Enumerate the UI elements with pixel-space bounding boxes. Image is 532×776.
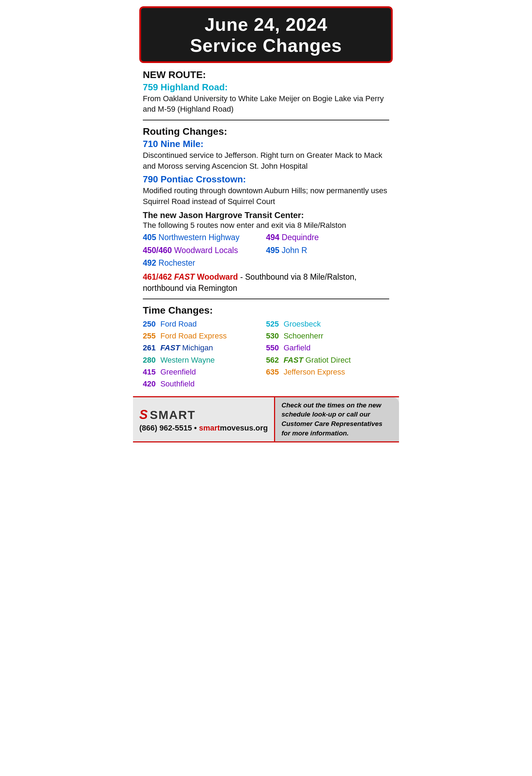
divider-1 <box>143 120 389 120</box>
route-790-description: Modified routing through downtown Auburn… <box>143 186 389 207</box>
new-route-number: 759 <box>143 82 158 92</box>
footer: S SMART (866) 962-5515 • smartmovesus.or… <box>133 396 399 442</box>
route-492-number: 492 <box>143 258 156 267</box>
route-495: 495 John R <box>266 244 389 257</box>
route-550-number: 550 <box>266 342 281 354</box>
route-405: 405 Northwestern Highway <box>143 231 266 244</box>
fast-label: FAST <box>174 272 195 281</box>
routing-changes-heading: Routing Changes: <box>143 126 389 137</box>
route-255-name: Ford Road Express <box>160 331 227 340</box>
footer-contact: (866) 962-5515 • smartmovesus.org <box>139 424 268 433</box>
route-250-number: 250 <box>143 318 158 330</box>
route-415-name: Greenfield <box>160 368 196 376</box>
main-content: NEW ROUTE: 759 Highland Road: From Oakla… <box>133 69 399 390</box>
route-635-number: 635 <box>266 366 281 378</box>
jason-title: The new Jason Hargrove Transit Center: <box>143 210 389 220</box>
route-562-number: 562 <box>266 354 281 366</box>
new-route-name: Highland Road: <box>161 82 228 92</box>
divider-2 <box>143 299 389 299</box>
route-550: 550 Garfield <box>266 342 389 354</box>
route-405-name: Northwestern Highway <box>159 233 239 242</box>
route-530-number: 530 <box>266 330 281 342</box>
route-710-description: Discontinued service to Jefferson. Right… <box>143 150 389 172</box>
route-550-name: Garfield <box>284 343 310 352</box>
route-495-name: John R <box>282 246 307 255</box>
route-415-number: 415 <box>143 366 158 378</box>
route-790-title: 790 Pontiac Crosstown: <box>143 174 389 185</box>
time-changes-heading: Time Changes: <box>143 305 389 316</box>
footer-left: S SMART (866) 962-5515 • smartmovesus.or… <box>133 397 274 441</box>
route-450-460: 450/460 Woodward Locals <box>143 244 266 257</box>
route-635: 635 Jefferson Express <box>266 366 389 378</box>
time-changes-left: 250 Ford Road 255 Ford Road Express 261 … <box>143 318 266 390</box>
route-710-title: 710 Nine Mile: <box>143 139 389 149</box>
route-405-number: 405 <box>143 233 156 242</box>
route-790-name: Pontiac Crosstown: <box>161 174 246 184</box>
route-494-name: Dequindre <box>282 233 319 242</box>
route-530: 530 Schoenherr <box>266 330 389 342</box>
new-route-section: NEW ROUTE: 759 Highland Road: From Oakla… <box>143 69 389 115</box>
new-route-heading: NEW ROUTE: <box>143 69 389 81</box>
route-420-number: 420 <box>143 378 158 390</box>
footer-phone-number: (866) 962-5515 <box>139 424 192 432</box>
route-280: 280 Western Wayne <box>143 354 266 366</box>
route-250: 250 Ford Road <box>143 318 266 330</box>
route-495-number: 495 <box>266 246 279 255</box>
routing-changes-section: Routing Changes: 710 Nine Mile: Disconti… <box>143 126 389 294</box>
time-changes-section: Time Changes: 250 Ford Road 255 Ford Roa… <box>143 305 389 390</box>
jason-body: The following 5 routes now enter and exi… <box>143 221 389 230</box>
route-562-name: Gratiot Direct <box>305 356 351 364</box>
route-530-name: Schoenherr <box>284 331 323 340</box>
route-261-name: Michigan <box>182 343 213 352</box>
route-492-name: Rochester <box>159 258 195 267</box>
smart-logo-text: SMART <box>150 408 196 422</box>
route-492: 492 Rochester <box>143 257 266 269</box>
new-route-title: 759 Highland Road: <box>143 82 389 93</box>
header-banner: June 24, 2024 Service Changes <box>139 6 393 63</box>
header-title: June 24, 2024 Service Changes <box>145 14 387 56</box>
footer-info-text: Check out the times on the new schedule … <box>281 401 393 438</box>
footer-website-prefix[interactable]: smart <box>199 424 220 432</box>
route-420-name: Southfield <box>160 379 195 388</box>
route-494: 494 Dequindre <box>266 231 389 244</box>
route-790-number: 790 <box>143 174 158 184</box>
fast-woodward-line: 461/462 FAST Woodward - Southbound via 8… <box>143 271 389 294</box>
smart-s-icon: S <box>139 407 148 422</box>
route-grid: 405 Northwestern Highway 494 Dequindre 4… <box>143 231 389 269</box>
route-494-number: 494 <box>266 233 279 242</box>
route-255-number: 255 <box>143 330 158 342</box>
header-line1: June 24, 2024 <box>204 14 327 35</box>
route-415: 415 Greenfield <box>143 366 266 378</box>
route-562-fast: FAST <box>284 356 303 364</box>
route-261: 261 FAST Michigan <box>143 342 266 354</box>
header-line2: Service Changes <box>190 35 342 56</box>
new-route-description: From Oakland University to White Lake Me… <box>143 93 389 115</box>
route-420: 420 Southfield <box>143 378 266 390</box>
route-280-name: Western Wayne <box>160 356 215 364</box>
route-562: 562 FAST Gratiot Direct <box>266 354 389 366</box>
time-changes-right: 525 Groesbeck 530 Schoenherr 550 Garfiel… <box>266 318 389 390</box>
route-525: 525 Groesbeck <box>266 318 389 330</box>
route-261-fast: FAST <box>160 343 180 352</box>
route-525-number: 525 <box>266 318 281 330</box>
smart-logo: S SMART <box>139 407 268 422</box>
route-255: 255 Ford Road Express <box>143 330 266 342</box>
route-525-name: Groesbeck <box>284 320 321 328</box>
footer-right: Check out the times on the new schedule … <box>274 397 399 441</box>
route-280-number: 280 <box>143 354 158 366</box>
footer-website-suffix[interactable]: movesus.org <box>220 424 268 432</box>
route-450-460-number: 450/460 <box>143 246 172 255</box>
route-710-name: Nine Mile: <box>161 139 204 149</box>
route-261-number: 261 <box>143 342 158 354</box>
footer-bullet: • <box>194 424 197 432</box>
fast-woodward-name: Woodward <box>197 272 238 281</box>
fast-461-number: 461/462 <box>143 272 172 281</box>
route-250-name: Ford Road <box>160 320 197 328</box>
route-450-460-name: Woodward Locals <box>174 246 238 255</box>
time-changes-grid: 250 Ford Road 255 Ford Road Express 261 … <box>143 318 389 390</box>
route-635-name: Jefferson Express <box>284 368 345 376</box>
route-710-number: 710 <box>143 139 158 149</box>
